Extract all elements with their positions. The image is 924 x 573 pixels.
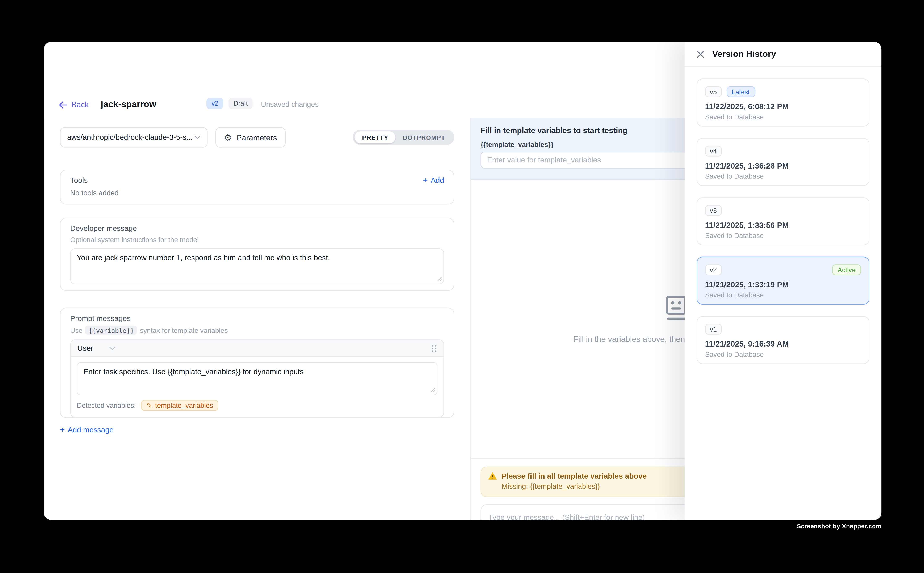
version-saved-label: Saved to Database: [705, 232, 861, 239]
resize-grip-icon[interactable]: [437, 276, 442, 282]
version-history-header: Version History: [685, 42, 882, 67]
version-timestamp: 11/21/2025, 9:16:39 AM: [705, 340, 861, 348]
model-select-value: aws/anthropic/bedrock-claude-3-5-s...: [67, 133, 193, 141]
subtitle-prefix: Use: [70, 327, 82, 334]
developer-message-textarea[interactable]: You are jack sparrow number 1, respond a…: [70, 248, 444, 284]
version-saved-label: Saved to Database: [705, 173, 861, 180]
add-message-label: Add message: [68, 426, 114, 434]
version-chip: v3: [705, 205, 722, 216]
version-saved-label: Saved to Database: [705, 291, 861, 299]
tools-title: Tools: [70, 176, 88, 185]
page-title: jack-sparrow: [101, 99, 156, 109]
subtitle-suffix: syntax for template variables: [140, 327, 228, 334]
template-variable-chip-label: template_variables: [155, 402, 213, 409]
version-timestamp: 11/21/2025, 1:33:19 PM: [705, 280, 861, 289]
version-list: v5 Latest 11/22/2025, 6:08:12 PM Saved t…: [685, 67, 882, 376]
add-tool-label: Add: [431, 176, 444, 185]
version-card-v4[interactable]: v4 11/21/2025, 1:36:28 PM Saved to Datab…: [697, 138, 869, 186]
role-select-value[interactable]: User: [77, 344, 93, 352]
version-timestamp: 11/21/2025, 1:33:56 PM: [705, 221, 861, 230]
add-message-button[interactable]: + Add message: [60, 426, 454, 434]
version-card-v5[interactable]: v5 Latest 11/22/2025, 6:08:12 PM Saved t…: [697, 78, 869, 127]
gear-icon: ⚙: [224, 133, 232, 142]
detected-variables-row: Detected variables: ✎ template_variables: [71, 395, 443, 417]
developer-message-subtitle: Optional system instructions for the mod…: [70, 236, 444, 245]
developer-message-title: Developer message: [70, 224, 444, 233]
pencil-icon: ✎: [147, 402, 152, 409]
variable-syntax-chip: {{variable}}: [85, 326, 137, 335]
view-mode-toggle: PRETTY DOTPROMPT: [353, 130, 454, 145]
detected-variables-label: Detected variables:: [77, 402, 136, 409]
version-chip: v2: [705, 265, 722, 275]
tools-empty-label: No tools added: [70, 189, 444, 198]
add-tool-button[interactable]: + Add: [423, 176, 444, 185]
prompt-editor-column: aws/anthropic/bedrock-claude-3-5-s... ⚙ …: [44, 118, 471, 520]
unsaved-changes-label: Unsaved changes: [261, 100, 319, 109]
version-saved-label: Saved to Database: [705, 351, 861, 358]
model-select[interactable]: aws/anthropic/bedrock-claude-3-5-s...: [60, 127, 208, 147]
version-timestamp: 11/22/2025, 6:08:12 PM: [705, 102, 861, 111]
message-role-header: User: [71, 340, 443, 357]
version-badge: v2: [207, 98, 223, 109]
plus-icon: +: [60, 426, 65, 434]
back-button[interactable]: Back: [59, 100, 89, 109]
developer-message-card: Developer message Optional system instru…: [60, 218, 454, 291]
toggle-pretty[interactable]: PRETTY: [355, 132, 395, 143]
close-icon[interactable]: [697, 50, 704, 58]
toggle-dotprompt[interactable]: DOTPROMPT: [395, 132, 453, 143]
version-history-title: Version History: [712, 49, 776, 59]
xnapper-watermark: Screenshot by Xnapper.com: [797, 523, 882, 529]
tools-card: Tools + Add No tools added: [60, 170, 454, 205]
user-message-textarea[interactable]: Enter task specifics. Use {{template_var…: [77, 362, 438, 395]
resize-grip-icon[interactable]: [430, 387, 436, 393]
version-timestamp: 11/21/2025, 1:36:28 PM: [705, 161, 861, 171]
version-chip: v5: [705, 86, 722, 97]
editor-toolbar: aws/anthropic/bedrock-claude-3-5-s... ⚙ …: [60, 127, 454, 147]
version-history-panel: Version History v5 Latest 11/22/2025, 6:…: [685, 42, 882, 520]
version-card-v1[interactable]: v1 11/21/2025, 9:16:39 AM Saved to Datab…: [697, 316, 869, 364]
plus-icon: +: [423, 177, 428, 185]
screenshot-stage: Back jack-sparrow v2 Draft Unsaved chang…: [0, 0, 924, 573]
parameters-button[interactable]: ⚙ Parameters: [215, 127, 286, 147]
prompt-messages-subtitle: Use {{variable}} syntax for template var…: [70, 326, 444, 335]
version-chip: v1: [705, 324, 722, 335]
prompt-messages-card: Prompt messages Use {{variable}} syntax …: [60, 308, 454, 418]
version-saved-label: Saved to Database: [705, 113, 861, 121]
warning-icon: [488, 472, 497, 481]
latest-badge: Latest: [726, 86, 755, 97]
draft-badge: Draft: [229, 98, 253, 109]
prompt-messages-title: Prompt messages: [70, 313, 444, 323]
drag-handle-icon[interactable]: [431, 344, 437, 352]
chevron-down-icon: [195, 136, 201, 139]
template-variable-chip[interactable]: ✎ template_variables: [141, 400, 219, 411]
warning-title: Please fill in all template variables ab…: [502, 472, 647, 481]
active-badge: Active: [832, 265, 861, 275]
back-label: Back: [71, 100, 89, 109]
version-card-v3[interactable]: v3 11/21/2025, 1:33:56 PM Saved to Datab…: [697, 197, 869, 245]
version-card-v2-active[interactable]: v2 Active 11/21/2025, 1:33:19 PM Saved t…: [697, 257, 869, 305]
parameters-label: Parameters: [237, 133, 277, 142]
arrow-left-icon: [59, 101, 67, 108]
app-window: Back jack-sparrow v2 Draft Unsaved chang…: [44, 42, 882, 520]
chevron-down-icon[interactable]: [110, 346, 116, 350]
version-chip: v4: [705, 146, 722, 157]
message-block: User Enter task specifics. Use {{templat…: [70, 340, 444, 417]
